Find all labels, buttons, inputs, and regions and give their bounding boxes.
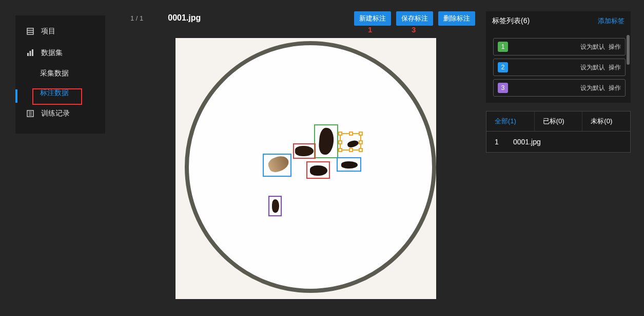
- project-icon: [26, 27, 35, 35]
- op[interactable]: 操作: [609, 43, 621, 50]
- resize-handle[interactable]: [349, 148, 353, 152]
- label-list-title: 标签列表(6): [492, 16, 530, 26]
- sidebar-sub-label: 标注数据: [40, 88, 69, 97]
- action-buttons: 新建标注 保存标注 删除标注: [354, 11, 475, 26]
- label-row[interactable]: 3 设为默认 操作: [493, 79, 626, 97]
- label-badge: 1: [498, 42, 508, 52]
- step-note-3: 3: [412, 25, 416, 34]
- label-badge: 3: [498, 83, 508, 93]
- op[interactable]: 操作: [609, 64, 621, 71]
- set-default[interactable]: 设为默认: [580, 43, 605, 50]
- op[interactable]: 操作: [609, 84, 621, 91]
- bbox-4[interactable]: [306, 161, 330, 179]
- sidebar-label: 项目: [41, 27, 55, 36]
- label-row-ops: 设为默认 操作: [580, 84, 621, 92]
- bbox-7[interactable]: [268, 196, 282, 216]
- label-badge: 2: [498, 62, 508, 72]
- label-list-header: 标签列表(6) 添加标签: [486, 11, 631, 31]
- file-index: 1: [495, 138, 513, 146]
- svg-rect-5: [32, 49, 33, 56]
- svg-rect-3: [27, 53, 29, 56]
- label-list: 1 设为默认 操作 2 设为默认 操作 3 设为默认 操作: [486, 31, 631, 103]
- set-default[interactable]: 设为默认: [580, 84, 605, 91]
- resize-handle[interactable]: [359, 140, 363, 144]
- sidebar-item-training[interactable]: 训练记录: [15, 103, 105, 124]
- label-row[interactable]: 2 设为默认 操作: [493, 59, 626, 76]
- label-list-scrollbar[interactable]: [627, 35, 630, 65]
- label-row-ops: 设为默认 操作: [580, 63, 621, 72]
- tab-all[interactable]: 全部(1): [486, 111, 535, 131]
- label-row-ops: 设为默认 操作: [580, 43, 621, 51]
- svg-rect-0: [27, 28, 33, 34]
- current-filename: 0001.jpg: [168, 13, 201, 23]
- file-name: 0001.jpg: [513, 138, 541, 146]
- bbox-5[interactable]: [337, 157, 361, 172]
- annotation-canvas[interactable]: [175, 38, 436, 299]
- sidebar-sub-label: 采集数据: [40, 69, 69, 77]
- file-filter-tabs: 全部(1) 已标(0) 未标(0): [486, 111, 631, 131]
- sidebar-item-dataset[interactable]: 数据集: [15, 42, 105, 64]
- set-default[interactable]: 设为默认: [580, 64, 605, 71]
- tab-unlabeled[interactable]: 未标(0): [582, 111, 630, 131]
- sidebar-active-indicator: [15, 89, 17, 103]
- bbox-2[interactable]: [293, 143, 316, 159]
- file-row[interactable]: 1 0001.jpg: [486, 131, 631, 153]
- dataset-icon: [26, 49, 35, 57]
- bbox-3[interactable]: [263, 154, 291, 177]
- resize-handle[interactable]: [338, 148, 342, 152]
- sidebar-sub-annotate[interactable]: 标注数据: [15, 83, 105, 103]
- tab-labeled[interactable]: 已标(0): [535, 111, 583, 131]
- resize-handle[interactable]: [359, 148, 363, 152]
- resize-handle[interactable]: [338, 140, 342, 144]
- resize-handle[interactable]: [359, 132, 363, 136]
- save-annotation-button[interactable]: 保存标注: [396, 11, 433, 26]
- right-panel: 标签列表(6) 添加标签 1 设为默认 操作 2 设为默认 操作 3 设为默认 …: [486, 11, 631, 153]
- resize-handle[interactable]: [338, 132, 342, 136]
- bbox-6-selected[interactable]: [340, 133, 361, 151]
- delete-annotation-button[interactable]: 删除标注: [438, 11, 475, 26]
- resize-handle[interactable]: [349, 132, 353, 136]
- sidebar: 项目 数据集 采集数据 标注数据 训练记录: [15, 15, 105, 134]
- label-row[interactable]: 1 设为默认 操作: [493, 38, 626, 55]
- sidebar-sub-collect[interactable]: 采集数据: [15, 64, 105, 83]
- bbox-1[interactable]: [314, 124, 338, 158]
- svg-rect-4: [30, 51, 31, 56]
- training-icon: [26, 109, 35, 118]
- step-note-1: 1: [368, 25, 372, 34]
- sidebar-item-project[interactable]: 项目: [15, 21, 105, 42]
- page-count: 1 / 1: [130, 14, 143, 22]
- sidebar-label: 训练记录: [41, 109, 70, 118]
- sidebar-label: 数据集: [41, 48, 63, 58]
- new-annotation-button[interactable]: 新建标注: [354, 11, 391, 26]
- add-label-button[interactable]: 添加标签: [598, 16, 625, 26]
